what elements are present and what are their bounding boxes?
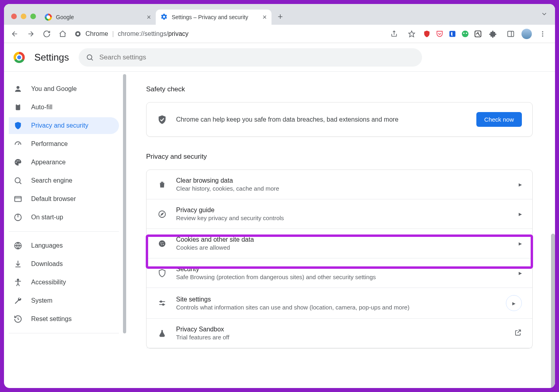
tab-strip: Google × Settings – Privacy and security… — [4, 4, 555, 25]
content-scrollbar[interactable] — [551, 234, 555, 388]
back-button[interactable] — [8, 27, 22, 41]
row-cookies[interactable]: Cookies and other site dataCookies are a… — [147, 229, 532, 258]
close-tab-button[interactable]: × — [262, 13, 267, 22]
sidebar-item-default-browser[interactable]: Default browser — [9, 191, 119, 207]
sidebar-item-reset[interactable]: Reset settings — [9, 311, 119, 327]
settings-search[interactable] — [79, 48, 422, 67]
row-title: Privacy Sandbox — [176, 326, 505, 333]
ext-icon-5[interactable] — [474, 30, 482, 38]
settings-search-input[interactable] — [99, 53, 415, 61]
wrench-icon — [14, 296, 22, 305]
toolbar: Chrome | chrome://settings/privacy — [4, 25, 555, 43]
row-subtitle: Review key privacy and security controls — [176, 215, 510, 221]
svg-line-38 — [18, 284, 20, 286]
privacy-settings-card: Clear browsing dataClear history, cookie… — [146, 169, 533, 349]
sidepanel-button[interactable] — [504, 27, 517, 41]
chevron-right-icon: ▸ — [506, 295, 522, 311]
row-security[interactable]: SecuritySafe Browsing (protection from d… — [147, 258, 532, 288]
check-now-button[interactable]: Check now — [476, 112, 522, 127]
row-clear-browsing-data[interactable]: Clear browsing dataClear history, cookie… — [147, 170, 532, 199]
row-title: Cookies and other site data — [176, 236, 510, 243]
svg-point-48 — [160, 301, 162, 303]
window-icon — [14, 195, 22, 203]
ext-icon-4[interactable] — [461, 30, 470, 38]
row-site-settings[interactable]: Site settingsControls what information s… — [147, 288, 532, 319]
row-privacy-guide[interactable]: Privacy guideReview key privacy and secu… — [147, 199, 532, 229]
window-controls — [7, 14, 40, 25]
sidebar-item-languages[interactable]: Languages — [9, 237, 119, 254]
settings-content: Safety check Chrome can help keep you sa… — [124, 72, 555, 388]
svg-point-24 — [19, 160, 20, 161]
minimize-window-button[interactable] — [21, 14, 26, 19]
sidebar-divider — [9, 333, 119, 333]
sidebar-item-privacy-security[interactable]: Privacy and security — [9, 117, 119, 134]
tab-overflow-button[interactable] — [541, 10, 548, 19]
profile-avatar[interactable] — [521, 29, 532, 39]
clipboard-icon — [14, 103, 22, 112]
download-icon — [14, 260, 22, 268]
bitwarden-ext-icon[interactable] — [448, 30, 457, 38]
sidebar-item-on-startup[interactable]: On start-up — [9, 209, 119, 226]
speedometer-icon — [14, 140, 22, 148]
history-icon — [14, 315, 22, 323]
sidebar-item-autofill[interactable]: Auto-fill — [9, 99, 119, 116]
extensions-button[interactable] — [486, 27, 500, 41]
close-window-button[interactable] — [11, 14, 17, 19]
svg-marker-5 — [409, 31, 415, 37]
row-title: Clear browsing data — [176, 177, 510, 184]
reload-button[interactable] — [40, 27, 54, 41]
svg-rect-20 — [17, 104, 19, 105]
sliders-icon — [157, 299, 167, 307]
chevron-right-icon: ▸ — [519, 240, 522, 247]
sidebar-item-downloads[interactable]: Downloads — [9, 256, 119, 272]
svg-point-9 — [466, 32, 467, 33]
row-title: Security — [176, 266, 510, 273]
svg-point-3 — [77, 33, 79, 35]
chrome-menu-button[interactable] — [536, 27, 549, 41]
pocket-ext-icon[interactable] — [435, 30, 444, 38]
sidebar-label: Accessibility — [31, 279, 66, 286]
sidebar-label: You and Google — [31, 85, 77, 93]
share-button[interactable] — [387, 27, 401, 41]
maximize-window-button[interactable] — [30, 14, 36, 19]
row-subtitle: Trial features are off — [176, 334, 505, 341]
svg-point-34 — [17, 279, 19, 281]
tab-google[interactable]: Google × — [40, 10, 156, 25]
sidebar-label: Appearance — [31, 159, 65, 166]
chevron-right-icon: ▸ — [519, 181, 522, 188]
row-privacy-sandbox[interactable]: Privacy SandboxTrial features are off — [147, 319, 532, 348]
forward-button[interactable] — [24, 27, 38, 41]
row-title: Site settings — [176, 296, 497, 303]
chevron-right-icon: ▸ — [519, 210, 522, 218]
svg-point-25 — [15, 178, 20, 183]
row-subtitle: Clear history, cookies, cache and more — [176, 185, 510, 192]
sidebar-item-appearance[interactable]: Appearance — [9, 154, 119, 171]
sidebar-item-accessibility[interactable]: Accessibility — [9, 274, 119, 291]
search-icon — [86, 53, 94, 61]
sidebar-label: Downloads — [31, 260, 63, 268]
sidebar-item-performance[interactable]: Performance — [9, 136, 119, 152]
svg-point-15 — [542, 35, 543, 36]
address-bar[interactable]: Chrome | chrome://settings/privacy — [74, 30, 188, 37]
svg-point-18 — [16, 86, 19, 89]
svg-line-26 — [20, 182, 21, 184]
close-tab-button[interactable]: × — [147, 13, 151, 22]
cookie-icon — [157, 239, 167, 248]
bookmark-star-button[interactable] — [405, 27, 418, 41]
tab-settings[interactable]: Settings – Privacy and security × — [156, 10, 272, 25]
section-title-safety: Safety check — [146, 85, 533, 93]
sidebar-item-search-engine[interactable]: Search engine — [9, 172, 119, 189]
new-tab-button[interactable]: + — [274, 10, 287, 23]
svg-line-17 — [91, 59, 93, 60]
svg-rect-11 — [508, 31, 514, 36]
settings-sidebar: You and Google Auto-fill Privacy and sec… — [4, 72, 124, 388]
sidebar-label: Reset settings — [31, 315, 71, 323]
svg-rect-10 — [475, 31, 481, 37]
home-button[interactable] — [56, 27, 69, 41]
sidebar-item-you-and-google[interactable]: You and Google — [9, 81, 119, 97]
section-title-privacy: Privacy and security — [146, 153, 533, 161]
svg-marker-40 — [161, 213, 163, 215]
svg-line-50 — [517, 330, 521, 333]
sidebar-item-system[interactable]: System — [9, 292, 119, 309]
ublock-ext-icon[interactable] — [422, 30, 431, 38]
